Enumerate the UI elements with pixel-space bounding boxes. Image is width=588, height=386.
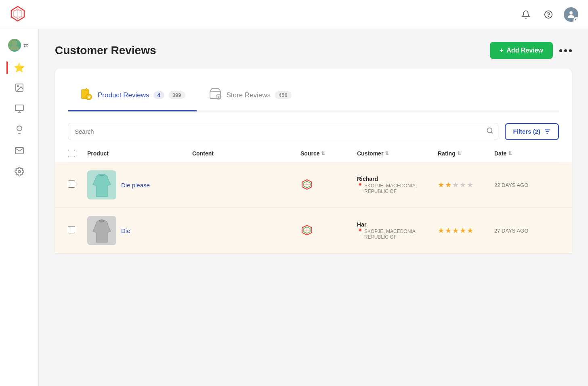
notifications-button[interactable] — [519, 7, 533, 22]
tab-store-icon: ★ — [208, 86, 223, 104]
sidebar: ⇄ ⭐ — [0, 29, 39, 386]
bulb-icon — [15, 125, 24, 137]
th-rating[interactable]: Rating ⇅ — [438, 150, 494, 157]
row1-date-cell: 22 DAYS AGO — [494, 182, 559, 188]
row2-date-cell: 27 DAYS AGO — [494, 228, 559, 234]
th-content: Content — [192, 150, 300, 157]
th-customer[interactable]: Customer ⇅ — [357, 150, 438, 157]
page-header: Customer Reviews + Add Review — [55, 42, 572, 59]
table-row: Die Har 📍 SKOPJE, MACEDONIA, REPUBL — [55, 208, 572, 254]
row2-product-cell: Die — [87, 216, 192, 245]
sort-rating-icon: ⇅ — [457, 151, 461, 156]
sidebar-item-ideas[interactable] — [10, 121, 29, 141]
help-button[interactable] — [541, 7, 556, 22]
svg-point-23 — [487, 128, 492, 132]
row1-product-name[interactable]: Die please — [121, 182, 150, 189]
row2-source-cell — [300, 224, 357, 237]
tab-product-label: Product Reviews — [98, 91, 149, 99]
row2-customer-name: Har — [357, 221, 438, 228]
sidebar-item-media[interactable] — [10, 79, 29, 99]
sort-date-icon: ⇅ — [508, 151, 512, 156]
row2-stars: ★ ★ ★ ★ ★ — [438, 226, 494, 235]
tab-product-icon: ★ — [79, 86, 94, 104]
svg-point-7 — [569, 11, 573, 15]
tab-product-reviews[interactable]: ★ Product Reviews 4 399 — [68, 82, 197, 111]
sidebar-user-image — [8, 39, 21, 52]
svg-marker-16 — [85, 88, 88, 90]
row2-rating-cell: ★ ★ ★ ★ ★ — [438, 226, 494, 235]
search-row: Filters (2) — [68, 123, 559, 140]
nav-icons — [519, 7, 578, 22]
tab-store-label: Store Reviews — [227, 91, 271, 99]
sidebar-item-mail[interactable] — [10, 142, 29, 162]
sidebar-item-settings[interactable] — [10, 163, 29, 183]
sidebar-toggle-icon: ⇄ — [23, 42, 28, 48]
sidebar-user[interactable]: ⇄ — [3, 36, 36, 55]
row2-checkbox-cell — [68, 226, 87, 235]
sort-source-icon: ⇅ — [321, 151, 325, 156]
row2-product-name[interactable]: Die — [121, 227, 130, 234]
tab-store-badge: 456 — [275, 91, 292, 99]
sort-customer-icon: ⇅ — [385, 151, 389, 156]
main-content: Customer Reviews + Add Review — [39, 29, 588, 386]
select-all-checkbox[interactable] — [68, 150, 75, 157]
row1-customer-cell: Richard 📍 SKOPJE, MACEDONIA, REPUBLIC OF — [357, 176, 438, 194]
svg-point-8 — [12, 41, 17, 46]
search-box — [68, 123, 498, 140]
sidebar-nav: ⭐ — [0, 58, 38, 183]
row1-customer-name: Richard — [357, 176, 438, 182]
row1-customer-location: 📍 SKOPJE, MACEDONIA, REPUBLIC OF — [357, 183, 438, 194]
add-review-button[interactable]: + Add Review — [490, 42, 553, 59]
page-title: Customer Reviews — [55, 44, 156, 57]
th-product: Product — [87, 150, 192, 157]
row1-product-image — [87, 170, 116, 199]
row2-customer-location: 📍 SKOPJE, MACEDONIA, REPUBLIC OF — [357, 229, 438, 240]
header-actions: + Add Review — [490, 42, 572, 59]
svg-text:★: ★ — [87, 95, 91, 99]
row2-customer-cell: Har 📍 SKOPJE, MACEDONIA, REPUBLIC OF — [357, 221, 438, 240]
search-button[interactable] — [486, 127, 494, 136]
location-pin-icon: 📍 — [357, 183, 363, 189]
th-date[interactable]: Date ⇅ — [494, 150, 559, 157]
search-input[interactable] — [68, 123, 498, 140]
star-icon: ⭐ — [14, 63, 25, 73]
dot1 — [559, 49, 562, 52]
star1: ★ — [438, 226, 444, 235]
dot3 — [569, 49, 572, 52]
star1: ★ — [438, 180, 444, 189]
star3: ★ — [452, 180, 459, 189]
row2-source-icon — [300, 224, 313, 237]
user-avatar[interactable] — [564, 7, 578, 22]
filters-button[interactable]: Filters (2) — [505, 123, 559, 140]
tab-store-reviews[interactable]: ★ Store Reviews 456 — [197, 82, 303, 111]
star4: ★ — [460, 180, 466, 189]
row2-product-image — [87, 216, 116, 245]
sidebar-item-display[interactable] — [10, 100, 29, 120]
svg-point-32 — [99, 220, 104, 222]
row1-stars: ★ ★ ★ ★ ★ — [438, 180, 494, 189]
tabs: ★ Product Reviews 4 399 ★ Stor — [68, 82, 559, 111]
sidebar-item-reviews[interactable]: ⭐ — [10, 58, 29, 78]
star5: ★ — [467, 180, 473, 189]
row1-source-icon — [300, 178, 313, 191]
th-source[interactable]: Source ⇅ — [300, 150, 357, 157]
table-header: Product Content Source ⇅ Customer ⇅ Rati… — [68, 150, 559, 162]
settings-icon — [15, 167, 24, 179]
svg-line-24 — [491, 132, 493, 133]
row1-checkbox[interactable] — [68, 180, 75, 188]
mail-icon — [15, 146, 24, 158]
star4: ★ — [460, 226, 466, 235]
star2: ★ — [445, 180, 452, 189]
add-icon: + — [500, 47, 503, 54]
row2-checkbox[interactable] — [68, 226, 75, 233]
more-options-button[interactable] — [559, 49, 572, 52]
table-row: Die please Richard 📍 SKOPJE, MACEDO — [55, 162, 572, 208]
display-icon — [15, 104, 24, 116]
location-pin-icon2: 📍 — [357, 229, 363, 234]
svg-point-14 — [18, 170, 21, 173]
tab-product-badge2: 399 — [168, 91, 185, 99]
content-card: ★ Product Reviews 4 399 ★ Stor — [55, 69, 572, 254]
row1-rating-cell: ★ ★ ★ ★ ★ — [438, 180, 494, 189]
row1-product-cell: Die please — [87, 170, 192, 199]
star5-half: ★ — [467, 226, 473, 235]
